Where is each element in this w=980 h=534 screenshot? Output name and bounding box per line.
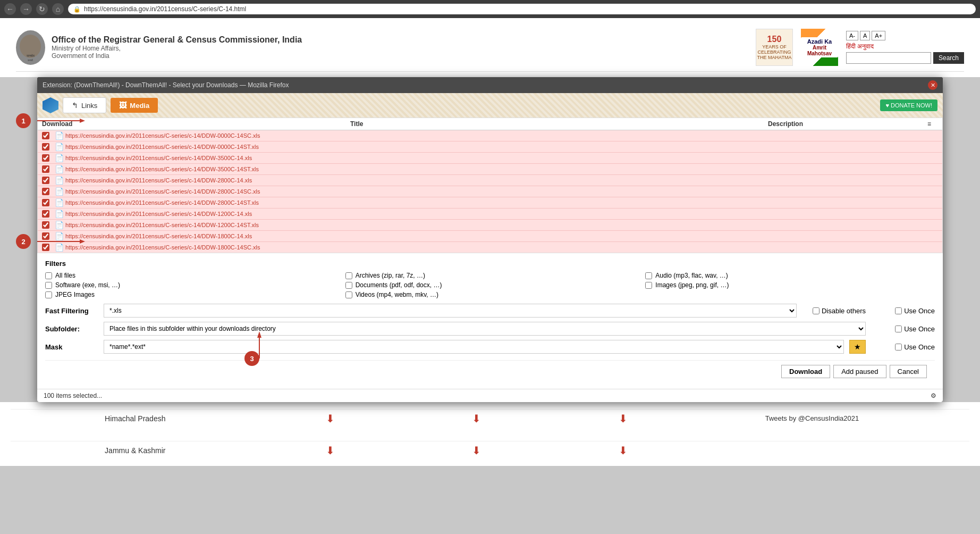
dta-logo bbox=[43, 97, 58, 113]
filter-all-files-check[interactable] bbox=[45, 272, 52, 279]
site-name-block: Office of the Registrar General & Census… bbox=[52, 35, 302, 60]
cancel-button[interactable]: Cancel bbox=[890, 365, 927, 378]
fast-filtering-select[interactable]: *.xls bbox=[104, 304, 797, 318]
table-row: 📄 https://censusindia.gov.in/2011census/… bbox=[38, 141, 942, 153]
subfolder-use-once-group: Use Once bbox=[871, 325, 935, 333]
mask-use-once-check[interactable] bbox=[895, 344, 902, 351]
dl-icon-6[interactable]: ⬇ bbox=[619, 444, 628, 457]
file-url-7[interactable]: https://censusindia.gov.in/2011census/C-… bbox=[65, 211, 347, 217]
filters-title: Filters bbox=[45, 260, 935, 268]
filter-jpeg-check[interactable] bbox=[45, 291, 52, 298]
file-url-6[interactable]: https://censusindia.gov.in/2011census/C-… bbox=[65, 199, 347, 206]
dta-modal: Extension: (DownThemAll!) - DownThemAll!… bbox=[37, 77, 943, 402]
dl-icon-1[interactable]: ⬇ bbox=[326, 412, 335, 425]
settings-icon[interactable]: ⚙ bbox=[931, 392, 936, 399]
forward-button[interactable]: → bbox=[20, 3, 32, 15]
file-list-body[interactable]: 📄 https://censusindia.gov.in/2011census/… bbox=[38, 130, 942, 253]
tweets-label: Tweets by @CensusIndia2021 bbox=[765, 414, 898, 422]
bottom-page-2: Jammu & Kashmir ⬇ ⬇ ⬇ bbox=[0, 434, 980, 466]
ff-use-once-check[interactable] bbox=[895, 307, 902, 314]
filter-images-check[interactable] bbox=[645, 282, 652, 289]
browser-chrome: ← → ↻ ⌂ 🔒 https://censusindia.gov.in/201… bbox=[0, 0, 980, 18]
azadi-badge: Azadi Ka Amrit Mahotsav bbox=[801, 29, 838, 66]
dl-icon-4[interactable]: ⬇ bbox=[326, 444, 335, 457]
table-row: 📄 https://censusindia.gov.in/2011census/… bbox=[38, 220, 942, 231]
file-url-8[interactable]: https://censusindia.gov.in/2011census/C-… bbox=[65, 222, 347, 228]
subfolder-select[interactable]: Place files in this subfolder within you… bbox=[104, 322, 866, 336]
filter-videos-check[interactable] bbox=[345, 291, 352, 298]
reload-button[interactable]: ↻ bbox=[36, 3, 48, 15]
font-mid-button[interactable]: A bbox=[860, 31, 870, 40]
filter-archives-check[interactable] bbox=[345, 272, 352, 279]
state-row: Himachal Pradesh ⬇ ⬇ ⬇ Tweets by @Census… bbox=[11, 409, 969, 428]
links-label: Links bbox=[81, 102, 97, 110]
dl-icon-2[interactable]: ⬇ bbox=[472, 412, 481, 425]
table-row: 📄 https://censusindia.gov.in/2011census/… bbox=[38, 208, 942, 220]
file-check-7[interactable] bbox=[42, 210, 49, 218]
file-icon-2: 📄 bbox=[55, 154, 65, 162]
file-url-0[interactable]: https://censusindia.gov.in/2011census/C-… bbox=[65, 132, 347, 139]
filter-software-check[interactable] bbox=[45, 282, 52, 289]
annotation-2: 2 bbox=[16, 234, 31, 249]
close-button[interactable]: ✕ bbox=[928, 80, 937, 90]
file-icon-8: 📄 bbox=[55, 221, 65, 229]
file-icon-7: 📄 bbox=[55, 210, 65, 218]
font-large-button[interactable]: A+ bbox=[872, 31, 885, 40]
font-size-buttons: A- A A+ bbox=[846, 31, 964, 40]
filter-documents-check[interactable] bbox=[345, 282, 352, 289]
file-url-5[interactable]: https://censusindia.gov.in/2011census/C-… bbox=[65, 188, 347, 195]
filter-software: Software (exe, msi, …) bbox=[45, 281, 335, 289]
mask-star-button[interactable]: ★ bbox=[849, 340, 866, 354]
search-button[interactable]: Search bbox=[933, 52, 964, 64]
disable-others-check[interactable] bbox=[813, 307, 820, 314]
url-text: https://censusindia.gov.in/2011census/C-… bbox=[84, 5, 246, 13]
home-button[interactable]: ⌂ bbox=[52, 3, 64, 15]
file-check-1[interactable] bbox=[42, 143, 49, 151]
svg-text:जयते: जयते bbox=[27, 59, 33, 62]
dl-icon-5[interactable]: ⬇ bbox=[472, 444, 481, 457]
file-check-8[interactable] bbox=[42, 221, 49, 229]
filter-audio-label: Audio (mp3, flac, wav, …) bbox=[655, 272, 728, 279]
file-url-10[interactable]: https://censusindia.gov.in/2011census/C-… bbox=[65, 244, 347, 251]
file-check-10[interactable] bbox=[42, 244, 49, 251]
donate-button[interactable]: ♥ DONATE NOW! bbox=[880, 99, 937, 111]
ff-use-once-group: Use Once bbox=[871, 307, 935, 315]
font-small-button[interactable]: A- bbox=[846, 31, 858, 40]
hindi-link[interactable]: हिंदी अनुवाद bbox=[846, 43, 964, 50]
address-bar[interactable]: 🔒 https://censusindia.gov.in/2011census/… bbox=[68, 4, 976, 14]
filter-software-label: Software (exe, msi, …) bbox=[55, 281, 120, 289]
file-check-6[interactable] bbox=[42, 199, 49, 206]
col-title: Title bbox=[350, 120, 768, 128]
file-url-3[interactable]: https://censusindia.gov.in/2011census/C-… bbox=[65, 166, 347, 172]
dta-titlebar: Extension: (DownThemAll!) - DownThemAll!… bbox=[37, 77, 943, 93]
file-url-1[interactable]: https://censusindia.gov.in/2011census/C-… bbox=[65, 144, 347, 150]
file-check-4[interactable] bbox=[42, 177, 49, 184]
col-scroll: ≡ bbox=[927, 120, 938, 128]
table-row: 📄 https://censusindia.gov.in/2011census/… bbox=[38, 242, 942, 253]
file-check-3[interactable] bbox=[42, 165, 49, 173]
filters-section: Filters All files Archives (zip, rar, 7z… bbox=[37, 253, 943, 389]
file-url-9[interactable]: https://censusindia.gov.in/2011census/C-… bbox=[65, 233, 347, 239]
file-url-2[interactable]: https://censusindia.gov.in/2011census/C-… bbox=[65, 155, 347, 161]
tab-media-button[interactable]: 🖼 Media bbox=[111, 98, 158, 113]
download-button[interactable]: Download bbox=[781, 365, 830, 378]
table-row: 📄 https://censusindia.gov.in/2011census/… bbox=[38, 197, 942, 208]
table-row: 📄 https://censusindia.gov.in/2011census/… bbox=[38, 164, 942, 175]
search-input[interactable] bbox=[846, 52, 931, 64]
file-check-0[interactable] bbox=[42, 132, 49, 139]
back-button[interactable]: ← bbox=[4, 3, 16, 15]
file-check-2[interactable] bbox=[42, 154, 49, 162]
mask-select[interactable]: *name*.*ext* bbox=[104, 340, 844, 354]
tab-links-button[interactable]: ↰ Links bbox=[63, 97, 106, 113]
mask-label: Mask bbox=[45, 343, 98, 351]
subfolder-label: Subfolder: bbox=[45, 325, 98, 333]
add-paused-button[interactable]: Add paused bbox=[833, 365, 886, 378]
file-icon-9: 📄 bbox=[55, 232, 65, 240]
dl-icon-3[interactable]: ⬇ bbox=[619, 412, 628, 425]
filter-archives-label: Archives (zip, rar, 7z, …) bbox=[356, 272, 425, 279]
file-url-4[interactable]: https://censusindia.gov.in/2011census/C-… bbox=[65, 177, 347, 183]
subfolder-use-once-check[interactable] bbox=[895, 326, 902, 332]
file-check-5[interactable] bbox=[42, 188, 49, 195]
file-check-9[interactable] bbox=[42, 232, 49, 240]
filter-audio-check[interactable] bbox=[645, 272, 652, 279]
